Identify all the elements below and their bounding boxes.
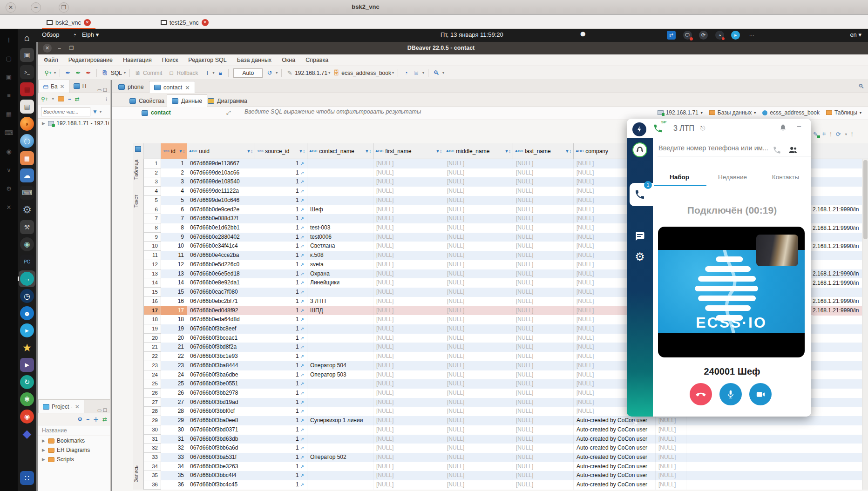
menu-база-данных[interactable]: База данных bbox=[237, 57, 271, 63]
menu-окна[interactable]: Окна bbox=[282, 57, 295, 63]
grid-cell[interactable]: [NULL] bbox=[513, 242, 574, 251]
grid-cell[interactable] bbox=[307, 196, 373, 205]
grid-cell[interactable]: 1↗ bbox=[255, 462, 307, 471]
vnc-toolbar-icon[interactable]: ⋮ bbox=[0, 36, 18, 43]
grid-cell[interactable]: 29 bbox=[143, 416, 161, 425]
grid-cell[interactable]: 067d66b0f3be0551 bbox=[187, 379, 255, 389]
grid-cell[interactable]: 1↗ bbox=[255, 288, 307, 297]
grid-cell[interactable]: 24 bbox=[161, 370, 187, 380]
grid-cell[interactable] bbox=[686, 435, 868, 444]
grid-cell[interactable]: 067d66b0f3bd8f2a bbox=[187, 343, 255, 352]
minimize-icon[interactable]: – bbox=[797, 121, 801, 129]
grid-cell[interactable]: 4 bbox=[161, 187, 187, 196]
grid-cell[interactable]: 26 bbox=[161, 389, 187, 398]
discord-tray-icon[interactable]: 🗩 bbox=[683, 31, 692, 40]
dbeaver-close-icon[interactable]: ✕ bbox=[43, 44, 52, 53]
softphone-tab-recent[interactable]: Недавние bbox=[706, 174, 759, 181]
grid-cell[interactable]: 1↗ bbox=[255, 444, 307, 453]
grid-cell[interactable]: 9 bbox=[143, 233, 161, 242]
sync-tray-icon[interactable]: ⟳ bbox=[699, 31, 708, 40]
tab-project[interactable]: Project - ✕ bbox=[38, 400, 84, 413]
grid-cell[interactable]: 1↗ bbox=[255, 343, 307, 352]
grid-cell[interactable]: 1↗ bbox=[255, 398, 307, 407]
vnc-toolbar-icon[interactable]: ▣ bbox=[0, 74, 18, 81]
grid-cell[interactable]: [NULL] bbox=[513, 398, 574, 407]
caret-icon[interactable]: ▾ bbox=[212, 71, 214, 75]
grid-cell[interactable]: [NULL] bbox=[444, 471, 513, 480]
grid-cell[interactable]: 1↗ bbox=[255, 425, 307, 435]
app-menu-button[interactable]: Elph ▾ bbox=[82, 31, 99, 38]
grid-cell[interactable]: 23 bbox=[143, 361, 161, 370]
transaction-log-icon[interactable]: Ꞁ bbox=[202, 68, 211, 78]
expand-filter-icon[interactable]: ⤢ bbox=[226, 109, 231, 116]
activities-button[interactable]: Обзор bbox=[42, 31, 60, 38]
grid-cell[interactable]: 1↗ bbox=[255, 453, 307, 462]
project-item-er-diagrams[interactable]: ▶ER Diagrams bbox=[38, 445, 110, 455]
grid-cell[interactable]: [NULL] bbox=[373, 471, 444, 480]
grid-cell[interactable]: 1↗ bbox=[255, 471, 307, 480]
grid-cell[interactable]: [NULL] bbox=[444, 187, 513, 196]
caret-icon[interactable]: ▾ bbox=[442, 71, 444, 75]
grid-cell[interactable]: [NULL] bbox=[513, 416, 574, 425]
grid-scrollbar[interactable] bbox=[862, 159, 868, 490]
tab-properties[interactable]: Свойства bbox=[125, 94, 169, 107]
dashboard-icon[interactable]: ◔ bbox=[401, 68, 411, 78]
grid-cell[interactable]: [NULL] bbox=[373, 343, 444, 352]
caret-icon[interactable]: ▾ bbox=[392, 71, 394, 75]
grid-cell[interactable]: 21 bbox=[143, 343, 161, 352]
grid-cell[interactable]: [NULL] bbox=[513, 269, 574, 279]
grid-cell[interactable]: 18 bbox=[143, 315, 161, 324]
grid-cell[interactable]: [NULL] bbox=[656, 462, 686, 471]
tab-diagram[interactable]: Диаграмма bbox=[203, 94, 252, 107]
link-editor-icon[interactable]: ⇄ bbox=[75, 96, 80, 102]
grid-cell[interactable]: 067d66b0eac7f080 bbox=[187, 288, 255, 297]
grid-corner[interactable] bbox=[143, 143, 161, 159]
grid-cell[interactable]: [NULL] bbox=[513, 389, 574, 398]
grid-cell[interactable]: 067d6699de10c646 bbox=[187, 196, 255, 205]
close-icon[interactable]: ✕ bbox=[60, 83, 65, 90]
grid-cell[interactable]: 1↗ bbox=[255, 480, 307, 490]
grid-cell[interactable]: [NULL] bbox=[513, 462, 574, 471]
grid-cell[interactable] bbox=[307, 159, 373, 168]
grid-cell[interactable]: 26 bbox=[143, 389, 161, 398]
grid-cell[interactable]: 28 bbox=[161, 407, 187, 416]
grid-cell[interactable]: 067d66b0e6e5ed18 bbox=[187, 269, 255, 279]
grid-cell[interactable]: 1↗ bbox=[255, 352, 307, 361]
reconnect-icon[interactable]: ✒ bbox=[74, 68, 83, 78]
menu-редактор-sql[interactable]: Редактор SQL bbox=[188, 57, 226, 63]
grid-cell[interactable]: 20 bbox=[161, 334, 187, 343]
grid-cell[interactable]: 2 bbox=[143, 168, 161, 178]
dock-icon-keyboard[interactable]: ⌨ bbox=[20, 186, 34, 200]
grid-cell[interactable]: Auto-created by CoCon user bbox=[574, 444, 656, 453]
grid-cell[interactable]: 067d66b0de9ced2e bbox=[187, 205, 255, 215]
grid-cell[interactable]: [NULL] bbox=[656, 416, 686, 425]
tab-database-navigator[interactable]: 🗃 Ба ✕ bbox=[38, 80, 69, 93]
grid-cell[interactable]: [NULL] bbox=[513, 159, 574, 168]
grid-cell[interactable]: 067d66b0f3ba531f bbox=[187, 453, 255, 462]
active-connection[interactable]: 192.168.1.71 bbox=[295, 70, 327, 76]
grid-cell[interactable]: [NULL] bbox=[513, 260, 574, 269]
grid-cell[interactable]: [NULL] bbox=[513, 334, 574, 343]
grid-cell[interactable]: 19 bbox=[161, 324, 187, 334]
table-row[interactable]: 3434067d66b0f3be32631↗[NULL][NULL][NULL]… bbox=[143, 462, 868, 471]
grid-cell[interactable]: 1↗ bbox=[255, 196, 307, 205]
grid-cell[interactable]: [NULL] bbox=[444, 416, 513, 425]
grid-cell[interactable]: [NULL] bbox=[513, 471, 574, 480]
grid-cell[interactable]: 14 bbox=[143, 278, 161, 288]
grid-cell[interactable]: 1↗ bbox=[255, 168, 307, 178]
grid-cell[interactable]: [NULL] bbox=[513, 425, 574, 435]
tab-contact[interactable]: contact ✕ bbox=[149, 81, 195, 94]
grid-cell[interactable]: [NULL] bbox=[513, 352, 574, 361]
grid-cell[interactable] bbox=[686, 462, 868, 471]
grid-cell[interactable]: 27 bbox=[143, 398, 161, 407]
grid-cell[interactable]: [NULL] bbox=[656, 453, 686, 462]
grid-cell[interactable]: [NULL] bbox=[444, 306, 513, 316]
new-folder-icon[interactable] bbox=[58, 96, 64, 101]
grid-cell[interactable]: 36 bbox=[143, 480, 161, 490]
phone-number-input[interactable] bbox=[658, 144, 780, 152]
grid-cell[interactable]: [NULL] bbox=[373, 480, 444, 490]
grid-cell[interactable]: 067d6699de11122a bbox=[187, 187, 255, 196]
menu-файл[interactable]: Файл bbox=[44, 57, 58, 63]
grid-cell[interactable]: 1↗ bbox=[255, 435, 307, 444]
contacts-people-icon[interactable] bbox=[788, 146, 798, 155]
